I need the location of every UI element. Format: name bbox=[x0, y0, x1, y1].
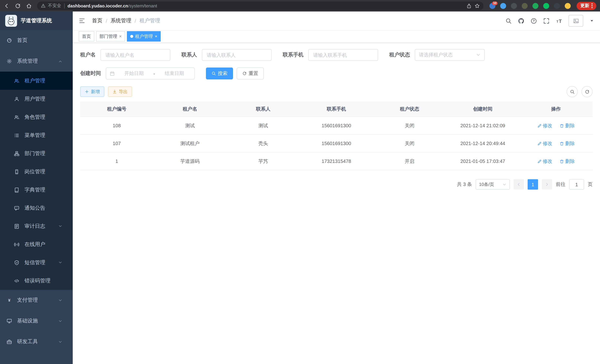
extension-icon-5[interactable] bbox=[533, 3, 538, 9]
gear-icon bbox=[7, 59, 12, 64]
sidebar-item-dept[interactable]: 部门管理 bbox=[0, 144, 73, 162]
chevron-right-icon bbox=[545, 182, 549, 187]
tenant-name-input[interactable] bbox=[101, 49, 170, 61]
breadcrumb-item[interactable]: 系统管理 bbox=[111, 18, 131, 24]
sidebar-item-dict[interactable]: 字典管理 bbox=[0, 181, 73, 199]
browser-menu-icon[interactable] bbox=[591, 3, 593, 8]
extension-icon-8[interactable] bbox=[565, 3, 571, 9]
search-button[interactable]: 搜索 bbox=[206, 67, 233, 79]
address-bar[interactable]: 不安全 dashboard.yudao.iocoder.cn/system/te… bbox=[37, 1, 484, 10]
github-icon[interactable] bbox=[518, 18, 524, 24]
breadcrumb-item-current: 租户管理 bbox=[140, 18, 160, 24]
edit-link[interactable]: 修改 bbox=[537, 122, 552, 129]
page-number-current[interactable]: 1 bbox=[528, 179, 538, 190]
help-icon[interactable] bbox=[531, 18, 537, 24]
tab-dept[interactable]: 部门管理 × bbox=[96, 31, 125, 42]
logo[interactable]: 芋道管理系统 bbox=[0, 11, 73, 30]
sidebar-toggle-button[interactable] bbox=[79, 18, 85, 24]
cell-contact: 秃头 bbox=[226, 134, 300, 152]
close-icon[interactable]: × bbox=[155, 34, 157, 38]
tab-home[interactable]: 首页 bbox=[79, 31, 94, 42]
tab-label: 部门管理 bbox=[99, 33, 117, 39]
sidebar-item-tenant[interactable]: 租户管理 bbox=[0, 72, 73, 90]
tab-tenant[interactable]: 租户管理 × bbox=[127, 31, 161, 42]
cell-created: 2021-12-14 21:02:09 bbox=[446, 117, 519, 134]
add-button[interactable]: 新增 bbox=[80, 86, 104, 97]
breadcrumb-item[interactable]: 首页 bbox=[92, 18, 103, 24]
sidebar-item-label: 租户管理 bbox=[25, 77, 67, 84]
extension-icon-3[interactable] bbox=[511, 3, 517, 9]
caret-down-icon[interactable] bbox=[590, 19, 594, 23]
fullscreen-icon[interactable] bbox=[543, 18, 550, 24]
prev-page-button[interactable] bbox=[514, 179, 524, 190]
extension-icon-2[interactable] bbox=[500, 3, 506, 9]
avatar[interactable] bbox=[568, 15, 583, 27]
extension-icon-1[interactable]: 10 bbox=[489, 3, 495, 9]
tenant-name-label: 租户名 bbox=[80, 52, 96, 58]
security-indicator[interactable]: 不安全 bbox=[41, 3, 61, 9]
create-time-label: 创建时间 bbox=[80, 70, 101, 77]
date-range-picker[interactable]: 开始日期 - 结束日期 bbox=[106, 67, 195, 79]
cell-tenant-name: 测试租户 bbox=[153, 134, 227, 152]
close-icon[interactable]: × bbox=[119, 34, 122, 38]
sidebar-item-notice[interactable]: 通知公告 bbox=[0, 199, 73, 217]
sidebar-item-menu[interactable]: 菜单管理 bbox=[0, 126, 73, 144]
toggle-search-button[interactable] bbox=[567, 86, 578, 97]
page-content: 租户名 联系人 联系手机 租户状态 请选择租户状态 bbox=[73, 43, 600, 364]
refresh-table-button[interactable] bbox=[581, 86, 593, 97]
browser-update-button[interactable]: 更新 bbox=[577, 2, 596, 10]
delete-link[interactable]: 删除 bbox=[560, 122, 575, 129]
browser-refresh-icon[interactable] bbox=[15, 3, 21, 9]
sidebar-item-user[interactable]: 用户管理 bbox=[0, 90, 73, 108]
sidebar-item-online-users[interactable]: 在线用户 bbox=[0, 235, 73, 253]
sidebar-item-error-code[interactable]: 错误码管理 bbox=[0, 272, 73, 290]
tab-label: 租户管理 bbox=[135, 33, 153, 39]
warning-icon bbox=[41, 3, 46, 8]
edit-link[interactable]: 修改 bbox=[537, 140, 552, 147]
contact-input[interactable] bbox=[202, 49, 272, 61]
export-button-label: 导出 bbox=[119, 88, 128, 95]
cell-mobile: 15601691300 bbox=[300, 134, 373, 152]
bookmark-star-icon[interactable] bbox=[475, 3, 480, 8]
page-size-select[interactable]: 10条/页 bbox=[476, 179, 510, 190]
sidebar-item-post[interactable]: 岗位管理 bbox=[0, 162, 73, 181]
extension-icon-6[interactable] bbox=[543, 3, 549, 9]
logo-title: 芋道管理系统 bbox=[21, 18, 52, 24]
sidebar-item-role[interactable]: 角色管理 bbox=[0, 108, 73, 126]
cell-tenant-name: 芋道源码 bbox=[153, 152, 227, 170]
next-page-button[interactable] bbox=[542, 179, 552, 190]
cell-tenant-id: 1 bbox=[80, 152, 153, 170]
sidebar-item-audit-log[interactable]: 审计日志 bbox=[0, 217, 73, 235]
date-start-placeholder: 开始日期 bbox=[118, 70, 150, 77]
extension-icon-4[interactable] bbox=[522, 3, 528, 9]
sidebar-item-dev-tools[interactable]: 研发工具 bbox=[0, 331, 73, 352]
shield-icon bbox=[14, 260, 19, 265]
breadcrumb-separator: / bbox=[135, 18, 136, 24]
sidebar-item-payment[interactable]: 支付管理 bbox=[0, 290, 73, 311]
chevron-down-icon bbox=[58, 340, 62, 344]
status-select[interactable]: 请选择租户状态 bbox=[415, 49, 485, 61]
search-icon[interactable] bbox=[505, 18, 512, 24]
mobile-input[interactable] bbox=[308, 49, 378, 61]
edit-link-label: 修改 bbox=[543, 140, 552, 147]
sidebar-item-sms[interactable]: 短信管理 bbox=[0, 253, 73, 272]
font-size-icon[interactable] bbox=[556, 18, 562, 24]
edit-link[interactable]: 修改 bbox=[537, 158, 552, 165]
sidebar-item-system[interactable]: 系统管理 bbox=[0, 51, 73, 72]
export-button[interactable]: 导出 bbox=[108, 86, 132, 97]
active-dot bbox=[130, 35, 133, 38]
chevron-up-icon bbox=[58, 59, 62, 63]
delete-link[interactable]: 删除 bbox=[560, 140, 575, 147]
sidebar-item-infrastructure[interactable]: 基础设施 bbox=[0, 311, 73, 331]
extension-icon-7[interactable] bbox=[554, 3, 560, 9]
browser-home-icon[interactable] bbox=[26, 3, 32, 9]
share-icon[interactable] bbox=[466, 3, 472, 8]
online-icon bbox=[14, 242, 19, 247]
goto-page-input[interactable] bbox=[569, 179, 584, 190]
sidebar-item-label: 基础设施 bbox=[17, 318, 58, 324]
browser-back-icon[interactable] bbox=[4, 3, 10, 9]
reset-button[interactable]: 重置 bbox=[237, 67, 264, 79]
sidebar-item-home[interactable]: 首页 bbox=[0, 30, 73, 51]
delete-link[interactable]: 删除 bbox=[560, 158, 575, 165]
delete-link-label: 删除 bbox=[565, 140, 575, 147]
